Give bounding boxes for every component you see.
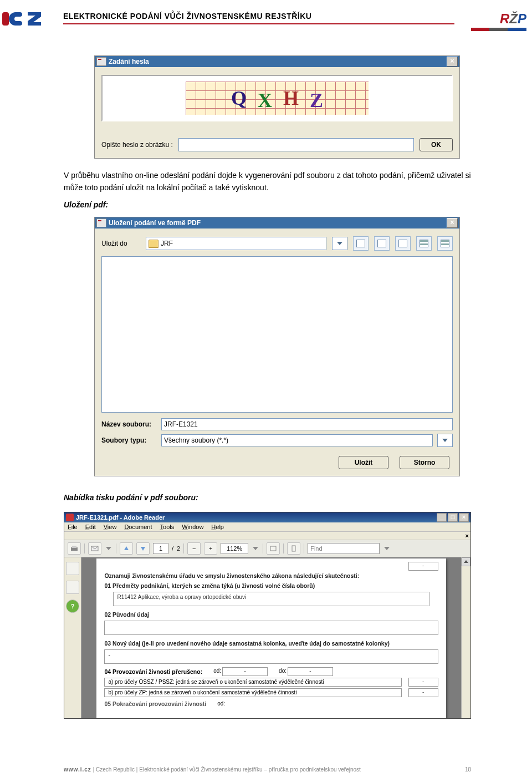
form-intro: Oznamuji živnostenskému úřadu ve smyslu …: [96, 571, 446, 581]
details-view-button[interactable]: [437, 236, 453, 251]
captcha-input[interactable]: [178, 138, 414, 151]
folder-combo[interactable]: JRF: [146, 237, 326, 250]
adobe-canvas[interactable]: - Oznamuji živnostenskému úřadu ve smysl…: [81, 557, 461, 718]
menu-edit[interactable]: Edit: [85, 524, 96, 530]
zoom-out-button[interactable]: −: [187, 542, 201, 555]
zoom-in-button[interactable]: +: [204, 542, 217, 555]
body-text-1: V průběhu vlastního on-line odeslání pod…: [0, 164, 532, 214]
find-drop[interactable]: [383, 543, 391, 554]
minus-icon: −: [192, 545, 196, 552]
document-content: - Oznamuji živnostenskému úřadu ve smysl…: [96, 558, 446, 718]
filetype-value: Všechny soubory (*.*): [164, 435, 430, 446]
filetype-combo[interactable]: Všechny soubory (*.*): [161, 434, 433, 446]
filename-label: Název souboru:: [101, 420, 157, 428]
close-icon[interactable]: ×: [459, 513, 469, 522]
dash-box: -: [408, 562, 438, 571]
dash-box: -: [408, 678, 438, 687]
ok-button[interactable]: OK: [420, 138, 453, 151]
chevron-down-icon: [253, 547, 258, 550]
adobe-title: JRF-E1321.pdf - Adobe Reader: [76, 514, 437, 521]
page-current-field[interactable]: 1: [153, 543, 168, 554]
captcha-glyph: X: [258, 89, 272, 112]
captcha-prompt: Opište heslo z obrázku :: [101, 141, 173, 149]
pages-panel-button[interactable]: [66, 562, 79, 575]
menu-view[interactable]: View: [104, 524, 117, 530]
adobe-sidebar: ?: [64, 557, 81, 718]
separator: [263, 544, 263, 553]
adobe-toolbar: 1 / 2 − + 112% Find: [64, 540, 470, 557]
home-button[interactable]: [374, 236, 390, 251]
adobe-titlebar: JRF-E1321.pdf - Adobe Reader _ □ ×: [64, 512, 470, 522]
svg-rect-0: [2, 12, 9, 26]
cancel-button[interactable]: Storno: [400, 456, 449, 469]
close-icon[interactable]: ×: [447, 218, 458, 228]
save-button[interactable]: Uložit: [339, 456, 388, 469]
footer-text: Czech Republic | Elektronické podání vůč…: [96, 766, 361, 773]
heading-ulozeni-pdf: Uložení pdf:: [64, 199, 471, 211]
maximize-button[interactable]: □: [448, 513, 458, 522]
s01-box: R11412 Aplikace, výroba a opravy ortoped…: [113, 592, 429, 606]
vertical-scrollbar[interactable]: [461, 557, 470, 718]
adobe-body: ? - Oznamuji živnostenskému úřadu ve smy…: [64, 557, 470, 718]
close-icon[interactable]: ×: [447, 57, 458, 67]
dash-box: -: [408, 688, 438, 697]
captcha-dialog: Zadání hesla × Q X H Z Opište heslo z ob…: [94, 55, 460, 159]
logo-icz: [2, 11, 47, 33]
chevron-down-icon: [384, 547, 390, 550]
save-dialog-area: Uložení podání ve formě PDF × Uložit do …: [0, 214, 532, 482]
filetype-drop-button[interactable]: [437, 434, 453, 447]
top-dash-row: -: [96, 562, 446, 571]
s04b-row: b) pro účely ZP: jedná se zároveň o ukon…: [104, 688, 438, 697]
find-field[interactable]: Find: [308, 543, 380, 554]
menu-file[interactable]: File: [68, 524, 78, 530]
print-button[interactable]: [68, 542, 81, 555]
s02-box: [104, 621, 438, 635]
minimize-button[interactable]: _: [437, 513, 447, 522]
help-button[interactable]: ?: [66, 600, 79, 613]
print-icon: [70, 545, 78, 552]
filetype-label: Soubory typu:: [101, 436, 157, 444]
page-sep: /: [172, 545, 173, 552]
captcha-titlebar: Zadání hesla ×: [95, 56, 459, 67]
attachments-panel-button[interactable]: [66, 581, 79, 594]
email-button[interactable]: [88, 542, 101, 555]
fit-width-button[interactable]: [267, 542, 280, 555]
list-view-button[interactable]: [416, 236, 432, 251]
arrow-up-icon: [464, 560, 468, 563]
s04a-text: a) pro účely OSSZ / PSSZ: jedná se zárov…: [104, 678, 401, 687]
scroll-up-button[interactable]: [462, 557, 470, 566]
menu-document[interactable]: Document: [124, 524, 152, 530]
separator: [84, 544, 85, 553]
captcha-glyph: H: [283, 87, 299, 110]
new-folder-button[interactable]: [395, 236, 411, 251]
save-body: Uložit do JRF: [95, 228, 459, 476]
fit-page-button[interactable]: [287, 542, 300, 555]
od-box: -: [222, 667, 268, 676]
od-label: od:: [217, 700, 225, 707]
menu-window[interactable]: Window: [182, 524, 203, 530]
prev-page-button[interactable]: [120, 542, 133, 555]
save-dialog: Uložení podání ve formě PDF × Uložit do …: [94, 217, 460, 476]
mdi-close-button[interactable]: ×: [466, 532, 469, 539]
file-list[interactable]: [101, 256, 453, 413]
captcha-body: Q X H Z Opište heslo z obrázku : OK: [95, 67, 459, 158]
zoom-field[interactable]: 112%: [221, 543, 248, 554]
window-buttons: _ □ ×: [437, 513, 469, 522]
folder-drop-button[interactable]: [332, 237, 347, 250]
up-level-button[interactable]: [353, 236, 369, 251]
page-header: ELEKTRONICKÉ PODÁNÍ VŮČI ŽIVNOSTENSKÉMU …: [0, 11, 532, 44]
plus-icon: +: [209, 545, 212, 552]
footer-www: www.i.cz: [64, 766, 91, 773]
adobe-icon: [66, 514, 74, 521]
save-to-label: Uložit do: [101, 240, 140, 247]
folder-up-icon: [356, 240, 365, 247]
filename-input[interactable]: JRF-E1321: [161, 418, 453, 430]
zoom-drop[interactable]: [252, 543, 259, 554]
adobe-reader-window: JRF-E1321.pdf - Adobe Reader _ □ × File …: [64, 512, 471, 719]
next-page-button[interactable]: [136, 542, 150, 555]
paragraph-1: V průběhu vlastního on-line odeslání pod…: [64, 170, 471, 194]
email-drop[interactable]: [105, 543, 112, 554]
menu-tools[interactable]: Tools: [160, 524, 175, 530]
new-folder-icon: [398, 240, 407, 247]
menu-help[interactable]: Help: [211, 524, 224, 530]
